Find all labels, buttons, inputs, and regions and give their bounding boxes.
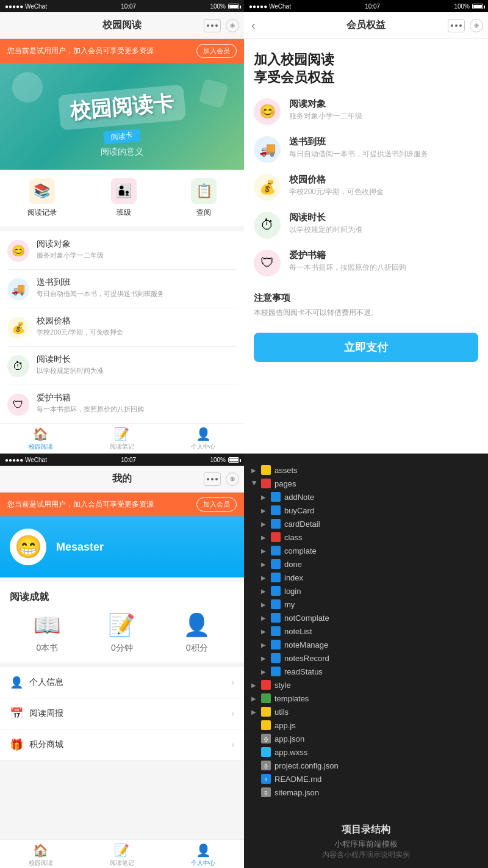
quick-nav-reading[interactable]: 📚 阅读记录 bbox=[27, 178, 57, 218]
camera-icon-left[interactable]: ⊕ bbox=[226, 19, 239, 32]
tree-appjs[interactable]: ▶ app.js bbox=[251, 718, 481, 732]
benefit-price-content: 校园价格 学校200元/学期，可色收押金 bbox=[289, 174, 384, 197]
templates-label: templates bbox=[274, 694, 309, 703]
tree-utils[interactable]: ▶ utils bbox=[251, 705, 481, 718]
right-panel: 加入校园阅读享受会员权益 😊 阅读对象 服务对象小学一二年级 🚚 送书到班 每日… bbox=[244, 39, 488, 454]
cardDetail-arrow: ▶ bbox=[261, 521, 267, 527]
my-home-label: 校园阅读 bbox=[29, 859, 53, 867]
benefit-protect-content: 爱护书籍 每一本书损坏，按照原价的八折回购 bbox=[289, 250, 406, 273]
camera-icon-right[interactable]: ⊕ bbox=[470, 19, 483, 32]
join-member-button-left[interactable]: 加入会员 bbox=[196, 44, 237, 58]
tree-class[interactable]: ▶ class bbox=[251, 530, 481, 544]
tree-login[interactable]: ▶ login bbox=[251, 584, 481, 598]
tree-projectconfig[interactable]: ▶ {} project.config.json bbox=[251, 759, 481, 772]
style-label: style bbox=[274, 681, 291, 690]
index-folder-icon bbox=[271, 573, 281, 582]
feature-delivery-desc: 每日自动借阅一本书，可提供送书到班服务 bbox=[37, 289, 164, 298]
feature-duration: ⏱ 阅读时长 以学校规定的时间为准 bbox=[7, 347, 237, 385]
pages-folder-icon bbox=[261, 479, 271, 488]
login-arrow: ▶ bbox=[261, 588, 267, 595]
feature-delivery-title: 送书到班 bbox=[37, 277, 164, 288]
feature-protect: 🛡 爱护书籍 每一本书损坏，按照原价的八折回购 bbox=[7, 385, 237, 423]
dots-menu-right[interactable] bbox=[448, 19, 465, 32]
tree-readme[interactable]: ▶ i README.md bbox=[251, 772, 481, 786]
benefit-reader-icon: 😊 bbox=[254, 98, 281, 125]
tree-cardDetail[interactable]: ▶ cardDetail bbox=[251, 517, 481, 530]
tree-appwxss[interactable]: ▶ app.wxss bbox=[251, 745, 481, 759]
tree-style[interactable]: ▶ style bbox=[251, 678, 481, 692]
banner-subtitle: 阅读的意义 bbox=[101, 146, 143, 157]
tree-sitemap[interactable]: ▶ {} sitemap.json bbox=[251, 786, 481, 799]
time-right: 10:07 bbox=[365, 3, 380, 10]
nav-notes[interactable]: 📝 阅读笔记 bbox=[81, 424, 162, 454]
tree-index[interactable]: ▶ index bbox=[251, 571, 481, 584]
menu-store[interactable]: 🎁 积分商城 › bbox=[0, 729, 244, 761]
home-nav-label: 校园阅读 bbox=[29, 443, 53, 451]
readStatus-label: readStatus bbox=[284, 667, 323, 676]
notesRecord-arrow: ▶ bbox=[261, 655, 267, 662]
my-nav-profile[interactable]: 👤 个人中心 bbox=[163, 840, 244, 868]
tree-done[interactable]: ▶ done bbox=[251, 557, 481, 571]
my-nav-notes[interactable]: 📝 阅读笔记 bbox=[81, 840, 162, 868]
templates-arrow: ▶ bbox=[251, 695, 257, 702]
menu-personal-info[interactable]: 👤 个人信息 › bbox=[0, 667, 244, 698]
my-dots-menu[interactable] bbox=[204, 472, 221, 486]
dots-menu-left[interactable] bbox=[204, 19, 221, 32]
quick-nav-class[interactable]: 👨‍👦 班级 bbox=[111, 178, 137, 218]
menu-weekly-left: 📅 阅读周报 bbox=[10, 707, 63, 720]
my-nav-home[interactable]: 🏠 校园阅读 bbox=[0, 840, 81, 868]
footer-title: 项目录结构 bbox=[251, 823, 481, 836]
nav-home[interactable]: 🏠 校园阅读 bbox=[0, 424, 81, 454]
tree-noteManage[interactable]: ▶ noteManage bbox=[251, 638, 481, 651]
my-camera-icon[interactable]: ⊕ bbox=[226, 472, 239, 486]
file-tree-panel: ▶ assets ▶ pages ▶ addNote ▶ buyCard ▶ c… bbox=[244, 454, 488, 868]
feature-list: 😊 阅读对象 服务对象小学一二年级 🚚 送书到班 每日自动借阅一本书，可提供送书… bbox=[0, 231, 244, 423]
utils-folder-icon bbox=[261, 707, 271, 717]
sitemap-label: sitemap.json bbox=[274, 788, 319, 797]
avatar-emoji: 😁 bbox=[15, 534, 42, 560]
benefit-delivery: 🚚 送书到班 每日自动借阅一本书，可提供送书到班服务 bbox=[254, 136, 478, 163]
my-battery-area: 100% bbox=[210, 457, 239, 463]
weekly-arrow: › bbox=[231, 708, 234, 719]
tree-addNote[interactable]: ▶ addNote bbox=[251, 490, 481, 504]
tree-templates[interactable]: ▶ templates bbox=[251, 692, 481, 705]
reading-label: 阅读记录 bbox=[27, 208, 57, 218]
tree-buyCard[interactable]: ▶ buyCard bbox=[251, 504, 481, 517]
achievement-title: 阅读成就 bbox=[10, 591, 234, 604]
tree-notesRecord[interactable]: ▶ notesRecord bbox=[251, 651, 481, 665]
tree-my[interactable]: ▶ my bbox=[251, 598, 481, 611]
tree-notComplate[interactable]: ▶ notComplate bbox=[251, 611, 481, 624]
nav-profile[interactable]: 👤 个人中心 bbox=[163, 424, 244, 454]
store-label: 积分商城 bbox=[29, 739, 63, 750]
back-button[interactable]: ‹ bbox=[251, 18, 256, 32]
my-join-button[interactable]: 加入会员 bbox=[196, 497, 237, 512]
complate-label: complate bbox=[284, 546, 317, 555]
buyCard-label: buyCard bbox=[284, 506, 314, 515]
tree-pages[interactable]: ▶ pages bbox=[251, 477, 481, 490]
class-arrow: ▶ bbox=[261, 534, 267, 541]
cardDetail-folder-icon bbox=[271, 519, 281, 529]
notComplate-arrow: ▶ bbox=[261, 615, 267, 621]
tree-appjson[interactable]: ▶ {} app.json bbox=[251, 732, 481, 745]
sitemap-icon: {} bbox=[261, 787, 271, 797]
assets-arrow: ▶ bbox=[251, 467, 257, 474]
utils-label: utils bbox=[274, 707, 289, 717]
benefit-delivery-icon: 🚚 bbox=[254, 136, 281, 163]
battery-percent-left: 100% bbox=[210, 3, 226, 10]
banner-content: 校园阅读卡 阅读卡 bbox=[59, 90, 185, 143]
title-bar: 校园阅读 ⊕ ‹ 会员权益 ⊕ bbox=[0, 12, 488, 39]
dot1 bbox=[207, 24, 209, 27]
menu-weekly-report[interactable]: 📅 阅读周报 › bbox=[0, 698, 244, 729]
tree-readStatus[interactable]: ▶ readStatus bbox=[251, 665, 481, 678]
tree-assets[interactable]: ▶ assets bbox=[251, 463, 481, 477]
projectconfig-icon: {} bbox=[261, 761, 271, 770]
benefit-delivery-desc: 每日自动借阅一本书，可提供送书到班服务 bbox=[289, 149, 428, 159]
pay-button[interactable]: 立即支付 bbox=[254, 333, 478, 362]
profile-nav-label: 个人中心 bbox=[191, 443, 215, 451]
tree-complate[interactable]: ▶ complate bbox=[251, 544, 481, 557]
quick-nav-browse[interactable]: 📋 查阅 bbox=[191, 178, 217, 218]
my-profile-icon: 👤 bbox=[196, 843, 211, 858]
noteManage-label: noteManage bbox=[284, 640, 328, 649]
benefit-price-title: 校园价格 bbox=[289, 174, 384, 186]
tree-noteList[interactable]: ▶ noteList bbox=[251, 624, 481, 638]
